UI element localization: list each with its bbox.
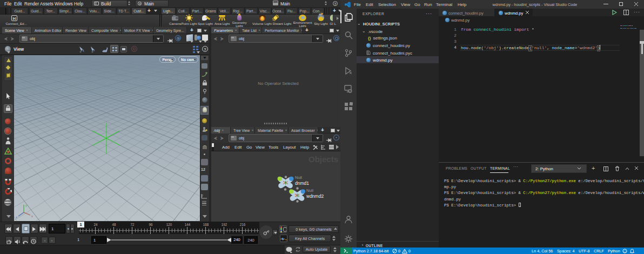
svg-text:wdnmd2: wdnmd2	[306, 193, 324, 199]
svg-text:x: x	[31, 215, 33, 218]
svg-text:z: z	[16, 216, 17, 219]
svg-text:dnmd1: dnmd1	[295, 181, 309, 186]
svg-text:Null: Null	[306, 188, 313, 193]
svg-text:Null: Null	[295, 175, 302, 180]
svg-text:y: y	[25, 204, 27, 207]
